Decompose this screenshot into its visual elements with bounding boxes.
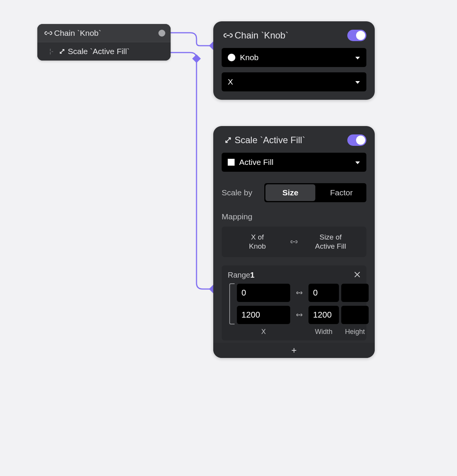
chevron-down-icon: [355, 77, 360, 86]
tree-row-scale[interactable]: ¦ - Scale `Active Fill`: [37, 42, 171, 61]
link-icon: [292, 289, 306, 296]
range-outw-0[interactable]: 0: [308, 284, 339, 302]
mapping-source: X of Knob: [228, 233, 286, 251]
tree-guide-icon: ¦ -: [46, 42, 56, 61]
chain-icon: [222, 30, 235, 40]
range-title: Range1: [228, 271, 254, 280]
chain-enabled-toggle[interactable]: [347, 30, 366, 41]
mapping-block: X of Knob Size of Active Fill: [222, 227, 366, 257]
scale-by-segmented: Size Factor: [264, 183, 366, 202]
mapping-section-label: Mapping: [222, 212, 366, 221]
scale-icon: [56, 48, 68, 55]
scale-enabled-toggle[interactable]: [347, 134, 366, 146]
tree-row-scale-label: Scale `Active Fill`: [68, 47, 165, 56]
chevron-down-icon: [355, 53, 360, 62]
chain-panel: Chain `Knob` Knob X: [213, 21, 375, 100]
link-icon: [286, 238, 302, 246]
chain-target-label: Knob: [240, 53, 259, 62]
scale-icon: [222, 136, 235, 145]
tree-row-chain-label: Chain `Knob`: [54, 29, 158, 38]
mapping-source-line2: Knob: [228, 242, 286, 251]
plus-icon: +: [291, 345, 297, 356]
range-title-index: 1: [250, 271, 254, 279]
scale-panel-title: Scale `Active Fill`: [235, 135, 347, 145]
mapping-target-line1: Size of: [302, 233, 360, 242]
mapping-source-line1: X of: [228, 233, 286, 242]
range-outh-1[interactable]: [341, 306, 369, 324]
tree-row-chain[interactable]: Chain `Knob`: [37, 24, 171, 42]
mapping-target-line2: Active Fill: [302, 242, 360, 251]
status-dot-icon: [158, 30, 165, 37]
scale-by-option-size[interactable]: Size: [265, 184, 315, 201]
scale-target-label: Active Fill: [239, 158, 273, 167]
range-in-1[interactable]: 1200: [237, 306, 290, 324]
add-range-button[interactable]: +: [213, 343, 375, 358]
range-title-prefix: Range: [228, 271, 250, 279]
range-outh-0[interactable]: [341, 284, 369, 302]
range-col-outh: Height: [341, 328, 369, 336]
scale-target-dropdown[interactable]: Active Fill: [222, 153, 366, 172]
chevron-down-icon: [355, 158, 360, 167]
svg-rect-2: [192, 54, 201, 63]
range-col-in: X: [237, 328, 290, 336]
square-icon: [228, 159, 235, 166]
mapping-target: Size of Active Fill: [302, 233, 360, 251]
chain-panel-title: Chain `Knob`: [235, 30, 347, 41]
link-icon: [292, 311, 306, 318]
scale-panel: Scale `Active Fill` Active Fill Scale by…: [213, 126, 375, 358]
range-col-outw: Width: [308, 328, 339, 336]
bracket-icon: [229, 283, 235, 324]
chain-axis-dropdown[interactable]: X: [222, 72, 366, 91]
range-in-0[interactable]: 0: [237, 284, 290, 302]
chain-axis-label: X: [228, 77, 233, 86]
action-tree: Chain `Knob` ¦ - Scale `Active Fill`: [37, 24, 171, 61]
chain-icon: [43, 29, 54, 37]
scale-by-option-factor[interactable]: Factor: [316, 183, 366, 202]
range-block: Range1 0 0 1200 1200 X Width Heig: [222, 265, 366, 340]
scale-by-label: Scale by: [222, 188, 264, 197]
range-outw-1[interactable]: 1200: [308, 306, 339, 324]
chain-target-dropdown[interactable]: Knob: [222, 48, 366, 67]
close-icon[interactable]: [354, 271, 360, 280]
circle-icon: [228, 54, 235, 61]
